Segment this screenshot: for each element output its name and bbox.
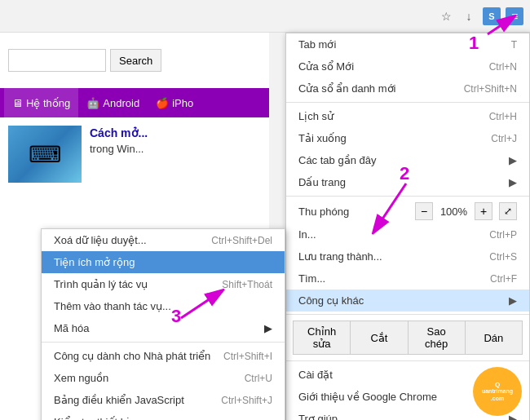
incognito-shortcut: Ctrl+Shift+N — [464, 83, 517, 95]
new-window-shortcut: Ctrl+N — [489, 61, 517, 73]
task-manager-shortcut: Shift+Thoát — [222, 279, 272, 290]
search-input[interactable] — [8, 49, 106, 72]
recent-tabs-label: Các tab gần đây — [298, 154, 376, 166]
history-label: Lịch sử — [298, 110, 333, 122]
sub-menu: Xoá dữ liệu duyệt... Ctrl+Shift+Del Tiện… — [41, 228, 285, 420]
clear-data-label: Xoá dữ liệu duyệt... — [54, 234, 147, 246]
edit-row: Chỉnh sửa Cắt Sao chép Dán — [286, 317, 529, 358]
chinh-sua-button[interactable]: Chỉnh sửa — [293, 321, 351, 355]
menu-item-find[interactable]: Tìm... Ctrl+F — [286, 267, 529, 290]
nav-item-iphone[interactable]: 🍎 iPho — [148, 88, 201, 117]
divider-1 — [286, 102, 529, 103]
history-shortcut: Ctrl+H — [489, 111, 517, 122]
menu-item-save[interactable]: Lưu trang thành... Ctrl+S — [286, 245, 529, 267]
settings-label: Cài đặt — [298, 369, 333, 381]
apple-icon: 🍎 — [156, 97, 169, 109]
browser-area: ☆ ↓ S ≡ Search 🖥 Hệ thống 🤖 Android 🍎 iP… — [0, 0, 530, 420]
cut-button[interactable]: Cắt — [351, 321, 408, 355]
task-manager-label: Trình quản lý tác vụ — [54, 278, 148, 290]
divider-2 — [286, 196, 529, 197]
star-icon[interactable]: ☆ — [437, 7, 455, 25]
sub-menu-item-add-taskbar[interactable]: Thêm vào thanh tác vụ... — [42, 295, 285, 317]
js-console-label: Bảng điều khiển JavaScript — [54, 394, 184, 406]
menu-item-recent-tabs[interactable]: Các tab gần đây ▶ — [286, 149, 529, 171]
chrome-menu: Tab mới T Cửa sổ Mới Ctrl+N Cửa sổ ẩn da… — [285, 33, 530, 420]
new-window-label: Cửa sổ Mới — [298, 60, 354, 73]
new-tab-label: Tab mới — [298, 38, 336, 51]
sub-menu-item-devtools[interactable]: Công cụ dành cho Nhà phát triển Ctrl+Shi… — [42, 345, 285, 367]
js-console-shortcut: Ctrl+Shift+J — [221, 395, 272, 406]
sub-menu-item-clear-data[interactable]: Xoá dữ liệu duyệt... Ctrl+Shift+Del — [42, 229, 285, 251]
recent-tabs-arrow: ▶ — [509, 154, 517, 166]
bookmarks-label: Dấu trang — [298, 176, 346, 188]
menu-item-new-tab[interactable]: Tab mới T — [286, 33, 529, 55]
watermark-circle: Q uantrimang .com — [473, 367, 522, 416]
inspect-label: Kiểm tra thiết bị — [54, 416, 130, 420]
sub-divider-1 — [42, 342, 285, 343]
bookmarks-arrow: ▶ — [509, 176, 517, 188]
help-label: Trợ giúp — [298, 413, 338, 420]
zoom-minus-button[interactable]: − — [415, 202, 433, 220]
menu-icon[interactable]: ≡ — [506, 7, 523, 25]
divider-3 — [286, 314, 529, 315]
extensions-label: Tiện ích mở rộng — [54, 256, 135, 268]
find-label: Tìm... — [298, 272, 325, 285]
nav-label-hethong: Hệ thống — [26, 97, 70, 109]
nav-label-iphone: iPho — [172, 97, 193, 109]
zoom-row: Thu phóng − 100% + ⤢ — [286, 199, 529, 223]
menu-item-bookmarks[interactable]: Dấu trang ▶ — [286, 171, 529, 193]
zoom-label: Thu phóng — [298, 206, 349, 218]
more-tools-label: Công cụ khác — [298, 294, 364, 307]
sync-icon[interactable]: S — [483, 7, 501, 25]
nav-bar: 🖥 Hệ thống 🤖 Android 🍎 iPho — [0, 88, 269, 117]
about-label: Giới thiệu về Google Chrome — [298, 391, 437, 403]
article-preview: ⌨ Cách mở... trong Win... — [0, 117, 269, 191]
nav-item-hethong[interactable]: 🖥 Hệ thống — [4, 88, 78, 117]
menu-item-print[interactable]: In... Ctrl+P — [286, 223, 529, 245]
save-shortcut: Ctrl+S — [489, 251, 517, 263]
copy-button[interactable]: Sao chép — [409, 321, 466, 355]
search-bar: Search — [0, 33, 269, 88]
sub-menu-item-encode[interactable]: Mã hóa ▶ — [42, 317, 285, 339]
download-icon[interactable]: ↓ — [460, 7, 478, 25]
print-shortcut: Ctrl+P — [489, 229, 517, 241]
downloads-shortcut: Ctrl+J — [491, 133, 517, 144]
sub-menu-item-extensions[interactable]: Tiện ích mở rộng — [42, 251, 285, 273]
sub-menu-item-js-console[interactable]: Bảng điều khiển JavaScript Ctrl+Shift+J — [42, 389, 285, 411]
sub-menu-item-inspect[interactable]: Kiểm tra thiết bị — [42, 411, 285, 420]
top-bar: ☆ ↓ S ≡ — [0, 0, 530, 33]
devtools-shortcut: Ctrl+Shift+I — [223, 351, 272, 362]
nav-label-android: Android — [103, 97, 139, 109]
watermark: Q uantrimang .com — [473, 367, 522, 416]
hethong-icon: 🖥 — [12, 97, 23, 109]
print-label: In... — [298, 228, 316, 241]
article-subtitle: trong Win... — [90, 142, 148, 157]
save-label: Lưu trang thành... — [298, 250, 382, 263]
menu-item-more-tools[interactable]: Công cụ khác ▶ — [286, 290, 529, 312]
article-title[interactable]: Cách mở... — [90, 126, 148, 142]
menu-item-downloads[interactable]: Tải xuống Ctrl+J — [286, 127, 529, 149]
zoom-controls: − 100% + ⤢ — [415, 202, 517, 220]
incognito-label: Cửa sổ ẩn danh mới — [298, 82, 395, 95]
new-tab-shortcut: T — [511, 39, 517, 51]
zoom-plus-button[interactable]: + — [475, 202, 492, 220]
more-tools-arrow: ▶ — [509, 294, 517, 307]
zoom-fullscreen-button[interactable]: ⤢ — [499, 202, 517, 220]
divider-4 — [286, 360, 529, 361]
android-icon: 🤖 — [86, 97, 99, 109]
paste-button[interactable]: Dán — [466, 321, 523, 355]
search-button[interactable]: Search — [110, 49, 161, 72]
add-taskbar-label: Thêm vào thanh tác vụ... — [54, 300, 171, 312]
menu-item-history[interactable]: Lịch sử Ctrl+H — [286, 105, 529, 127]
article-text: Cách mở... trong Win... — [90, 126, 148, 183]
view-source-label: Xem nguồn — [54, 372, 108, 384]
menu-item-incognito[interactable]: Cửa sổ ẩn danh mới Ctrl+Shift+N — [286, 77, 529, 99]
toolbar-icons: ☆ ↓ S ≡ — [437, 7, 523, 25]
menu-item-new-window[interactable]: Cửa sổ Mới Ctrl+N — [286, 55, 529, 77]
sub-menu-item-view-source[interactable]: Xem nguồn Ctrl+U — [42, 367, 285, 389]
sub-menu-item-task-manager[interactable]: Trình quản lý tác vụ Shift+Thoát — [42, 273, 285, 295]
article-thumbnail: ⌨ — [8, 126, 82, 183]
clear-data-shortcut: Ctrl+Shift+Del — [211, 235, 272, 246]
nav-item-android[interactable]: 🤖 Android — [78, 88, 148, 117]
devtools-label: Công cụ dành cho Nhà phát triển — [54, 350, 210, 362]
